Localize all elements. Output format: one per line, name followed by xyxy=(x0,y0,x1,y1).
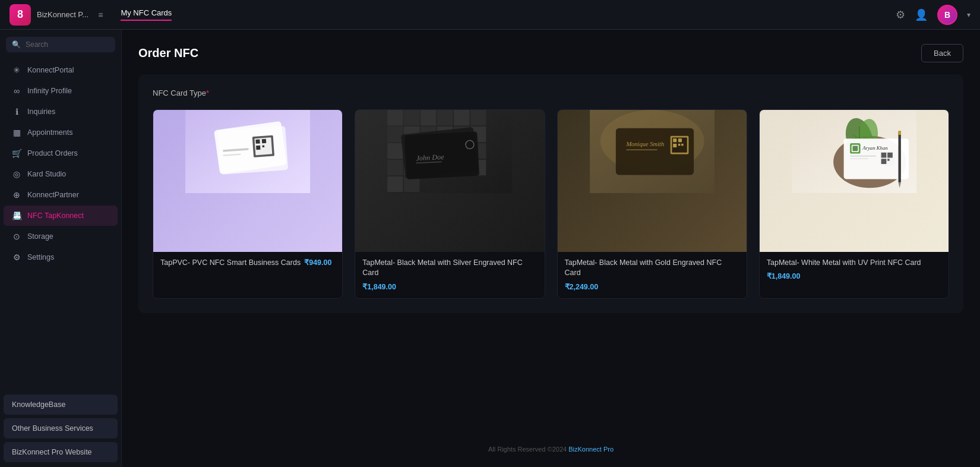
sidebar-item-nfc-tapkonnect[interactable]: 📇 NFC TapKonnect xyxy=(4,206,118,226)
svg-text:John Doe: John Doe xyxy=(416,153,445,162)
svg-rect-36 xyxy=(387,176,403,192)
topbar-nav-my-nfc-cards[interactable]: My NFC Cards xyxy=(121,8,172,21)
sidebar-label-product-orders: Product Orders xyxy=(27,149,78,157)
sidebar-item-settings[interactable]: ⚙ Settings xyxy=(4,247,118,267)
asterisk-icon: ✳ xyxy=(12,65,21,75)
circle-icon: ◎ xyxy=(12,169,21,179)
sidebar-nav: ✳ KonnectPortal ∞ Infinity Profile ℹ Inq… xyxy=(0,59,121,268)
sidebar-label-storage: Storage xyxy=(27,232,53,241)
svg-rect-51 xyxy=(673,138,676,142)
svg-rect-74 xyxy=(887,159,890,161)
bizkonnect-pro-website-button[interactable]: BizKonnect Pro Website xyxy=(4,442,118,462)
nfc-card-info-tap-pvc: TapPVC- PVC NFC Smart Business Cards ₹94… xyxy=(153,252,342,276)
sidebar-label-infinity-profile: Infinity Profile xyxy=(27,87,72,95)
svg-rect-53 xyxy=(673,144,676,147)
svg-rect-13 xyxy=(404,110,419,125)
svg-rect-7 xyxy=(256,146,260,150)
svg-rect-55 xyxy=(681,144,684,146)
sidebar-item-storage[interactable]: ⊙ Storage xyxy=(4,226,118,247)
nfc-cards-grid: TapPVC- PVC NFC Smart Business Cards ₹94… xyxy=(153,109,949,299)
topbar-nav: My NFC Cards xyxy=(121,8,172,21)
person-icon[interactable]: 👤 xyxy=(915,8,928,21)
page-title: Order NFC xyxy=(138,46,198,60)
footer: All Rights Reserved ©2024 BizKonnect Pro xyxy=(138,436,963,453)
nfc-card-image-tap-metal-white: Aryan Khan xyxy=(760,110,949,252)
sidebar-label-settings: Settings xyxy=(27,253,54,261)
svg-rect-77 xyxy=(898,131,900,135)
svg-rect-66 xyxy=(852,146,858,151)
svg-rect-68 xyxy=(850,156,876,156)
footer-link[interactable]: BizKonnect Pro xyxy=(568,446,614,453)
sidebar: 🔍 ✳ KonnectPortal ∞ Infinity Profile ℹ I… xyxy=(0,30,122,467)
nfc-card-price-tap-metal-black-gold: ₹2,249.00 xyxy=(565,282,599,291)
nfc-card-name-tap-metal-black-silver: TapMetal- Black Metal with Silver Engrav… xyxy=(362,258,537,279)
sidebar-item-kard-studio[interactable]: ◎ Kard Studio xyxy=(4,164,118,184)
nfc-card-tap-metal-black-silver[interactable]: John Doe TapMetal- Black Metal with Silv… xyxy=(355,109,545,299)
sidebar-item-infinity-profile[interactable]: ∞ Infinity Profile xyxy=(4,81,118,101)
nfc-card-price-tap-pvc: ₹949.00 xyxy=(304,258,331,267)
sidebar-bottom: KnowledgeBase Other Business Services Bi… xyxy=(0,390,121,467)
svg-rect-52 xyxy=(678,138,681,142)
svg-rect-14 xyxy=(421,110,436,125)
back-button[interactable]: Back xyxy=(921,44,963,62)
cart-icon: 🛒 xyxy=(12,149,21,158)
topbar: 8 BizKonnect P... ≡ My NFC Cards ⚙ 👤 B ▾ xyxy=(0,0,980,30)
layout: 🔍 ✳ KonnectPortal ∞ Infinity Profile ℹ I… xyxy=(0,30,980,467)
sidebar-item-inquiries[interactable]: ℹ Inquiries xyxy=(4,102,118,122)
svg-rect-17 xyxy=(470,110,486,125)
svg-rect-54 xyxy=(678,144,680,146)
footer-text: All Rights Reserved ©2024 xyxy=(488,446,568,453)
storage-icon: ⊙ xyxy=(12,232,21,241)
sidebar-label-inquiries: Inquiries xyxy=(27,108,55,116)
other-business-services-button[interactable]: Other Business Services xyxy=(4,418,118,438)
svg-rect-24 xyxy=(387,143,403,159)
nfc-card-name-tap-metal-white: TapMetal- White Metal with UV Print NFC … xyxy=(767,258,921,269)
nfc-card-price-tap-metal-black-silver: ₹1,849.00 xyxy=(362,282,396,291)
nfc-card-type-section: NFC Card Type* xyxy=(138,74,963,313)
nfc-card-tap-metal-white[interactable]: Aryan Khan xyxy=(759,109,949,299)
nfc-card-price-tap-metal-white: ₹1,849.00 xyxy=(767,272,801,280)
logo-icon: 8 xyxy=(10,4,31,26)
nfc-card-name-tap-pvc: TapPVC- PVC NFC Smart Business Cards xyxy=(160,258,301,269)
avatar[interactable]: B xyxy=(937,5,957,25)
search-input[interactable] xyxy=(26,40,115,49)
search-icon: 🔍 xyxy=(12,40,21,49)
infinity-icon: ∞ xyxy=(12,86,21,96)
info-icon: ℹ xyxy=(12,107,21,116)
svg-text:Aryan Khan: Aryan Khan xyxy=(862,145,888,151)
sidebar-label-konnect-portal: KonnectPortal xyxy=(27,66,74,74)
svg-rect-30 xyxy=(387,160,403,175)
nfc-card-tap-pvc[interactable]: TapPVC- PVC NFC Smart Business Cards ₹94… xyxy=(153,109,343,299)
topbar-right: ⚙ 👤 B ▾ xyxy=(896,5,970,25)
app-title: BizKonnect P... xyxy=(37,10,88,19)
settings-icon[interactable]: ⚙ xyxy=(896,8,905,21)
main-content: Order NFC Back NFC Card Type* xyxy=(122,30,980,467)
sidebar-item-konnect-portal[interactable]: ✳ KonnectPortal xyxy=(4,60,118,80)
menu-icon[interactable]: ≡ xyxy=(98,10,103,20)
nfc-card-image-tap-pvc xyxy=(153,110,342,252)
svg-rect-18 xyxy=(387,127,403,142)
search-box: 🔍 xyxy=(6,37,115,52)
svg-rect-6 xyxy=(262,139,266,143)
nfc-card-info-tap-metal-black-silver: TapMetal- Black Metal with Silver Engrav… xyxy=(355,252,544,298)
chevron-down-icon: ▾ xyxy=(967,11,970,19)
topbar-logo: 8 BizKonnect P... ≡ xyxy=(10,4,103,26)
gear-icon: ⚙ xyxy=(12,253,21,262)
svg-rect-73 xyxy=(881,159,886,164)
required-marker: * xyxy=(206,89,209,97)
partner-icon: ⊕ xyxy=(12,190,21,200)
nfc-card-image-tap-metal-black-silver: John Doe xyxy=(355,110,544,252)
knowledge-base-button[interactable]: KnowledgeBase xyxy=(4,395,118,415)
svg-rect-48 xyxy=(626,150,657,150)
svg-rect-16 xyxy=(454,110,469,125)
sidebar-item-appointments[interactable]: ▦ Appointments xyxy=(4,122,118,143)
sidebar-item-product-orders[interactable]: 🛒 Product Orders xyxy=(4,143,118,163)
nfc-card-info-tap-metal-white: TapMetal- White Metal with UV Print NFC … xyxy=(760,252,949,288)
sidebar-item-konnect-partner[interactable]: ⊕ KonnectPartner xyxy=(4,185,118,205)
sidebar-label-nfc-tapkonnect: NFC TapKonnect xyxy=(27,212,84,220)
svg-rect-8 xyxy=(263,145,265,147)
nfc-card-tap-metal-black-gold[interactable]: Monique Smith xyxy=(557,109,747,299)
svg-rect-69 xyxy=(850,158,868,159)
calendar-icon: ▦ xyxy=(12,128,21,137)
svg-rect-5 xyxy=(255,139,260,143)
